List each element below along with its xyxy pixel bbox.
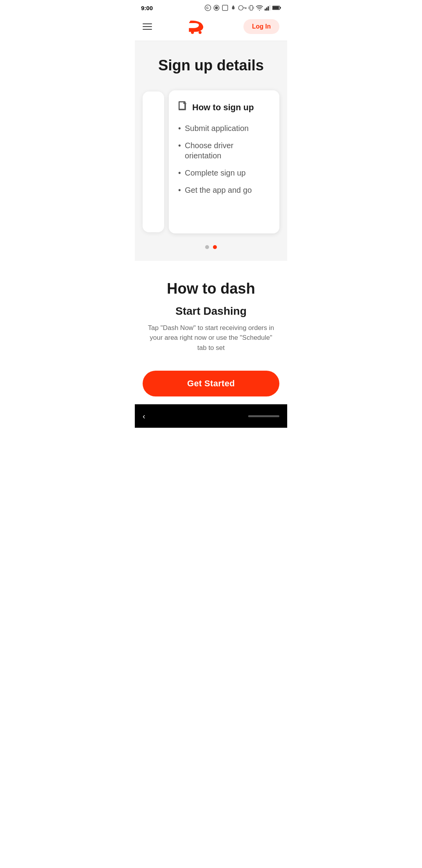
start-dashing-description: Tap "Dash Now" to start receiving orders… <box>147 323 275 353</box>
status-time: 9:00 <box>141 5 153 11</box>
top-nav: Log In <box>135 14 287 41</box>
step-2: Choose driver orientation <box>178 140 270 161</box>
card-partial-left <box>143 91 164 232</box>
doordash-logo <box>186 17 209 36</box>
svg-rect-19 <box>280 7 281 9</box>
vibrate-icon <box>248 4 254 11</box>
svg-point-12 <box>259 10 260 11</box>
svg-rect-15 <box>268 6 269 11</box>
hamburger-line-2 <box>143 26 152 27</box>
svg-rect-16 <box>269 5 270 11</box>
svg-rect-23 <box>179 102 185 109</box>
svg-point-5 <box>238 5 243 10</box>
get-started-button[interactable]: Get Started <box>143 371 279 396</box>
steps-list: Submit application Choose driver orienta… <box>178 123 270 195</box>
page-title: Sign up details <box>143 57 279 75</box>
key-icon <box>238 5 247 11</box>
login-button[interactable]: Log In <box>243 19 279 34</box>
status-bar: 9:00 G <box>135 0 287 14</box>
card-header: How to sign up <box>178 101 270 114</box>
dot-1[interactable] <box>205 245 209 249</box>
step-3: Complete sign up <box>178 168 270 178</box>
svg-point-20 <box>191 31 194 34</box>
document-icon <box>178 101 188 114</box>
svg-point-21 <box>198 31 202 34</box>
home-indicator[interactable] <box>248 415 279 417</box>
how-to-signup-card: How to sign up Submit application Choose… <box>169 90 279 233</box>
svg-text:G: G <box>206 6 209 10</box>
start-dashing-subtitle: Start Dashing <box>147 305 275 317</box>
dot-2[interactable] <box>213 245 217 249</box>
cards-wrapper: How to sign up Submit application Choose… <box>135 90 287 233</box>
back-button[interactable]: ‹ <box>143 412 145 421</box>
how-to-dash-section: How to dash Start Dashing Tap "Dash Now"… <box>135 261 287 365</box>
step-4: Get the app and go <box>178 185 270 195</box>
google-icon: G <box>204 4 211 11</box>
step-1: Submit application <box>178 123 270 133</box>
page-title-section: Sign up details <box>135 41 287 86</box>
svg-rect-18 <box>273 6 279 9</box>
flame-icon <box>230 4 236 11</box>
signal-icon <box>265 5 271 11</box>
how-to-dash-title: How to dash <box>147 280 275 297</box>
svg-rect-14 <box>266 7 267 11</box>
cards-section: How to sign up Submit application Choose… <box>135 86 287 245</box>
get-started-bar: Get Started <box>135 364 287 404</box>
circle-icon <box>213 4 220 11</box>
svg-rect-9 <box>250 5 253 10</box>
hamburger-line-3 <box>143 29 152 30</box>
carousel-dots <box>135 245 287 261</box>
bottom-nav-bar: ‹ <box>135 404 287 428</box>
hamburger-line-1 <box>143 23 152 24</box>
battery-icon <box>272 5 281 11</box>
card-title: How to sign up <box>192 102 254 113</box>
svg-point-3 <box>215 6 218 9</box>
svg-rect-4 <box>222 5 228 11</box>
wifi-icon <box>256 5 263 11</box>
hamburger-menu[interactable] <box>143 23 152 30</box>
square-icon <box>222 4 229 11</box>
status-icons: G <box>204 4 281 11</box>
svg-rect-13 <box>265 9 266 11</box>
